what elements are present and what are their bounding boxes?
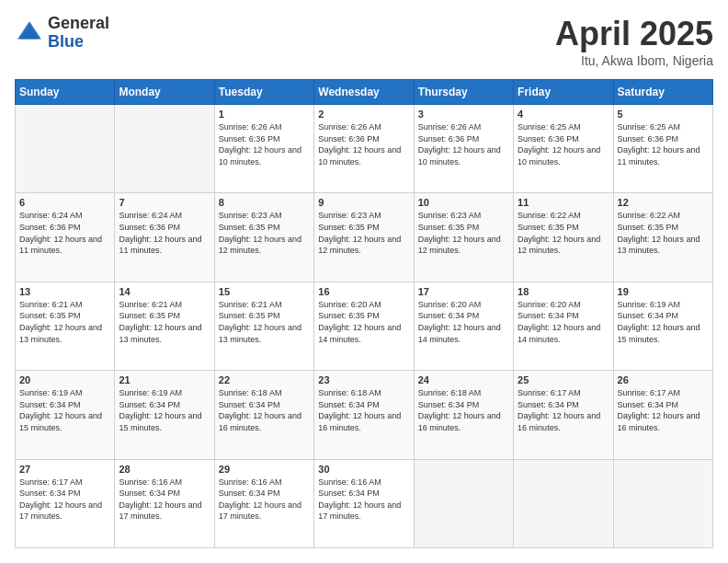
calendar-cell: 19Sunrise: 6:19 AMSunset: 6:34 PMDayligh… [613,282,712,370]
calendar-body: 1Sunrise: 6:26 AMSunset: 6:36 PMDaylight… [16,105,713,548]
day-number: 8 [219,197,310,208]
calendar-cell: 15Sunrise: 6:21 AMSunset: 6:35 PMDayligh… [214,282,313,370]
day-number: 16 [318,286,409,297]
calendar-cell: 27Sunrise: 6:17 AMSunset: 6:34 PMDayligh… [16,459,115,547]
day-number: 30 [318,464,409,475]
calendar-cell: 7Sunrise: 6:24 AMSunset: 6:36 PMDaylight… [115,193,214,282]
day-info: Sunrise: 6:19 AMSunset: 6:34 PMDaylight:… [119,387,210,433]
calendar-cell: 29Sunrise: 6:16 AMSunset: 6:34 PMDayligh… [214,459,313,547]
day-number: 9 [318,197,409,208]
day-number: 7 [119,197,210,208]
day-info: Sunrise: 6:19 AMSunset: 6:34 PMDaylight:… [618,299,709,345]
calendar-cell: 23Sunrise: 6:18 AMSunset: 6:34 PMDayligh… [314,371,414,459]
day-number: 1 [219,109,310,120]
calendar-cell: 16Sunrise: 6:20 AMSunset: 6:35 PMDayligh… [314,282,414,370]
header: General Blue April 2025 Itu, Akwa Ibom, … [15,15,713,68]
calendar-cell: 20Sunrise: 6:19 AMSunset: 6:34 PMDayligh… [16,371,115,459]
day-number: 11 [518,197,609,208]
weekday-header: Tuesday [214,80,313,105]
calendar-cell [514,459,613,547]
calendar-cell: 11Sunrise: 6:22 AMSunset: 6:35 PMDayligh… [514,193,613,282]
day-info: Sunrise: 6:20 AMSunset: 6:35 PMDaylight:… [318,299,409,345]
calendar-cell [414,459,513,547]
day-number: 17 [418,286,509,297]
day-info: Sunrise: 6:19 AMSunset: 6:34 PMDaylight:… [19,387,110,433]
logo-general: General [48,15,109,33]
day-number: 19 [618,286,709,297]
day-info: Sunrise: 6:26 AMSunset: 6:36 PMDaylight:… [219,121,310,167]
day-info: Sunrise: 6:17 AMSunset: 6:34 PMDaylight:… [518,387,609,433]
day-info: Sunrise: 6:20 AMSunset: 6:34 PMDaylight:… [518,299,609,345]
day-info: Sunrise: 6:22 AMSunset: 6:35 PMDaylight:… [618,210,709,256]
calendar-header: SundayMondayTuesdayWednesdayThursdayFrid… [16,80,713,105]
day-number: 28 [119,464,210,475]
day-info: Sunrise: 6:25 AMSunset: 6:36 PMDaylight:… [618,121,709,167]
calendar-cell: 8Sunrise: 6:23 AMSunset: 6:35 PMDaylight… [214,193,313,282]
day-info: Sunrise: 6:18 AMSunset: 6:34 PMDaylight:… [418,387,509,433]
calendar-cell: 17Sunrise: 6:20 AMSunset: 6:34 PMDayligh… [414,282,513,370]
day-number: 6 [19,197,110,208]
day-number: 23 [318,374,409,385]
day-info: Sunrise: 6:16 AMSunset: 6:34 PMDaylight:… [119,477,210,523]
logo-icon [15,18,44,48]
weekday-header: Monday [115,80,214,105]
calendar-week-row: 20Sunrise: 6:19 AMSunset: 6:34 PMDayligh… [16,371,713,459]
calendar-cell: 10Sunrise: 6:23 AMSunset: 6:35 PMDayligh… [414,193,513,282]
location: Itu, Akwa Ibom, Nigeria [555,53,713,68]
day-info: Sunrise: 6:25 AMSunset: 6:36 PMDaylight:… [518,121,609,167]
weekday-header: Sunday [16,80,115,105]
logo: General Blue [15,15,109,52]
title-section: April 2025 Itu, Akwa Ibom, Nigeria [555,15,713,68]
day-number: 10 [418,197,509,208]
calendar-cell: 1Sunrise: 6:26 AMSunset: 6:36 PMDaylight… [214,105,313,193]
weekday-header: Saturday [613,80,712,105]
calendar-cell: 5Sunrise: 6:25 AMSunset: 6:36 PMDaylight… [613,105,712,193]
day-info: Sunrise: 6:23 AMSunset: 6:35 PMDaylight:… [318,210,409,256]
day-info: Sunrise: 6:20 AMSunset: 6:34 PMDaylight:… [418,299,509,345]
calendar-cell: 2Sunrise: 6:26 AMSunset: 6:36 PMDaylight… [314,105,414,193]
calendar-cell: 26Sunrise: 6:17 AMSunset: 6:34 PMDayligh… [613,371,712,459]
day-number: 26 [618,374,709,385]
day-number: 15 [219,286,310,297]
logo-text: General Blue [48,15,109,52]
day-number: 24 [418,374,509,385]
day-number: 25 [518,374,609,385]
calendar-cell: 9Sunrise: 6:23 AMSunset: 6:35 PMDaylight… [314,193,414,282]
calendar-cell [115,105,214,193]
day-number: 13 [19,286,110,297]
calendar-cell: 22Sunrise: 6:18 AMSunset: 6:34 PMDayligh… [214,371,313,459]
day-info: Sunrise: 6:22 AMSunset: 6:35 PMDaylight:… [518,210,609,256]
calendar-cell: 21Sunrise: 6:19 AMSunset: 6:34 PMDayligh… [115,371,214,459]
calendar-week-row: 6Sunrise: 6:24 AMSunset: 6:36 PMDaylight… [16,193,713,282]
calendar-cell: 14Sunrise: 6:21 AMSunset: 6:35 PMDayligh… [115,282,214,370]
day-number: 29 [219,464,310,475]
calendar-cell: 3Sunrise: 6:26 AMSunset: 6:36 PMDaylight… [414,105,513,193]
day-number: 12 [618,197,709,208]
calendar-cell [613,459,712,547]
calendar-cell: 30Sunrise: 6:16 AMSunset: 6:34 PMDayligh… [314,459,414,547]
weekday-header: Wednesday [314,80,414,105]
day-number: 3 [418,109,509,120]
calendar-cell: 18Sunrise: 6:20 AMSunset: 6:34 PMDayligh… [514,282,613,370]
day-number: 5 [618,109,709,120]
calendar-week-row: 13Sunrise: 6:21 AMSunset: 6:35 PMDayligh… [16,282,713,370]
day-number: 22 [219,374,310,385]
calendar-cell: 28Sunrise: 6:16 AMSunset: 6:34 PMDayligh… [115,459,214,547]
calendar-cell: 6Sunrise: 6:24 AMSunset: 6:36 PMDaylight… [16,193,115,282]
day-number: 21 [119,374,210,385]
day-number: 18 [518,286,609,297]
day-info: Sunrise: 6:18 AMSunset: 6:34 PMDaylight:… [219,387,310,433]
day-number: 2 [318,109,409,120]
calendar-week-row: 1Sunrise: 6:26 AMSunset: 6:36 PMDaylight… [16,105,713,193]
day-info: Sunrise: 6:24 AMSunset: 6:36 PMDaylight:… [19,210,110,256]
day-info: Sunrise: 6:23 AMSunset: 6:35 PMDaylight:… [418,210,509,256]
page: General Blue April 2025 Itu, Akwa Ibom, … [0,0,728,563]
day-info: Sunrise: 6:26 AMSunset: 6:36 PMDaylight:… [318,121,409,167]
day-info: Sunrise: 6:21 AMSunset: 6:35 PMDaylight:… [219,299,310,345]
calendar-cell: 24Sunrise: 6:18 AMSunset: 6:34 PMDayligh… [414,371,513,459]
weekday-row: SundayMondayTuesdayWednesdayThursdayFrid… [16,80,713,105]
day-number: 14 [119,286,210,297]
day-number: 27 [19,464,110,475]
day-info: Sunrise: 6:21 AMSunset: 6:35 PMDaylight:… [119,299,210,345]
day-info: Sunrise: 6:21 AMSunset: 6:35 PMDaylight:… [19,299,110,345]
